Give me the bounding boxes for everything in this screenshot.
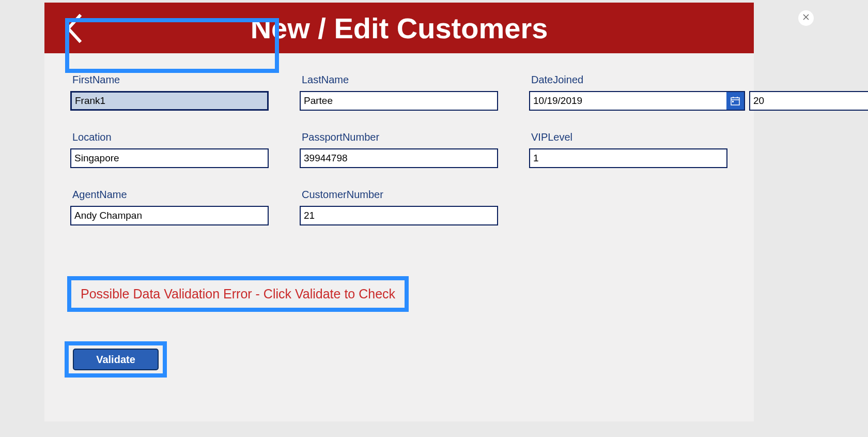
passportnumber-label: PassportNumber — [300, 131, 498, 143]
customernumber-label: CustomerNumber — [300, 189, 498, 201]
svg-rect-2 — [732, 101, 734, 102]
viplevel-label: VIPLevel — [529, 131, 727, 143]
lastname-input[interactable] — [300, 91, 498, 111]
datejoined-field: DateJoined — [529, 74, 868, 111]
passportnumber-input[interactable] — [300, 148, 498, 168]
datejoined-label: DateJoined — [529, 74, 868, 86]
firstname-field: FirstName — [70, 74, 269, 111]
firstname-label: FirstName — [70, 74, 269, 86]
validation-message: Possible Data Validation Error - Click V… — [81, 287, 395, 302]
hour-select[interactable] — [749, 91, 868, 111]
agentname-input[interactable] — [70, 206, 269, 225]
agentname-field: AgentName — [70, 189, 269, 225]
passportnumber-field: PassportNumber — [300, 131, 498, 168]
validate-button[interactable]: Validate — [73, 349, 159, 370]
datejoined-wrap: : — [529, 91, 868, 111]
location-input[interactable] — [70, 148, 269, 168]
viplevel-input[interactable] — [529, 148, 727, 168]
customernumber-field: CustomerNumber — [300, 189, 498, 225]
form-area: FirstName LastName DateJoined — [44, 53, 754, 225]
location-field: Location — [70, 131, 269, 168]
form-row-3: AgentName CustomerNumber — [70, 189, 728, 225]
viplevel-field: VIPLevel — [529, 131, 727, 168]
customernumber-input[interactable] — [300, 206, 498, 225]
form-row-1: FirstName LastName DateJoined — [70, 74, 728, 111]
agentname-label: AgentName — [70, 189, 269, 201]
datejoined-date-input[interactable] — [529, 91, 727, 111]
location-label: Location — [70, 131, 269, 143]
form-row-2: Location PassportNumber VIPLevel — [70, 131, 728, 168]
hour-input[interactable] — [749, 91, 868, 111]
lastname-label: LastName — [300, 74, 498, 86]
lastname-field: LastName — [300, 74, 498, 111]
calendar-icon[interactable] — [726, 91, 745, 111]
header-bar: New / Edit Customers — [44, 3, 754, 53]
page-title: New / Edit Customers — [251, 11, 548, 45]
firstname-input[interactable] — [70, 91, 269, 111]
validation-message-highlight-frame: Possible Data Validation Error - Click V… — [67, 276, 409, 312]
close-icon — [802, 13, 810, 23]
back-button[interactable] — [64, 13, 84, 46]
validate-button-highlight-frame: Validate — [65, 341, 167, 378]
close-button[interactable] — [798, 10, 814, 26]
